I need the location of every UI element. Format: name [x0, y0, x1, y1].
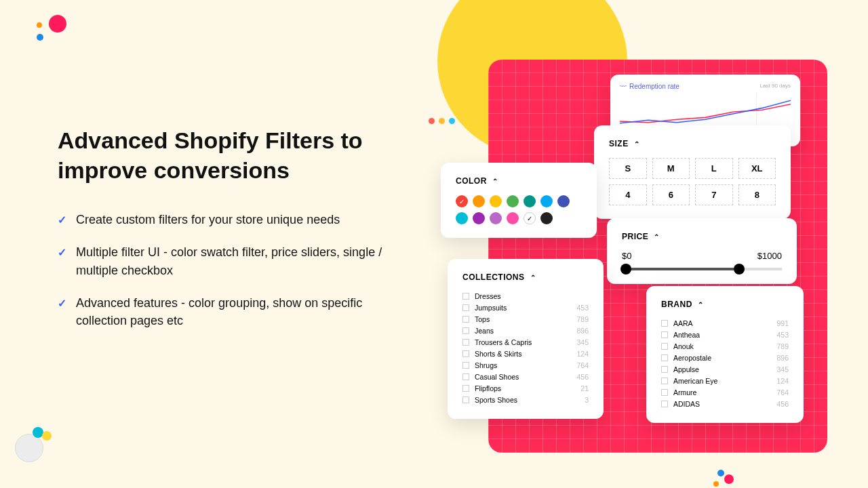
chevron-up-icon: ⌃	[634, 140, 640, 148]
filter-option[interactable]: Trousers & Capris345	[462, 336, 589, 348]
filter-option[interactable]: Shorts & Skirts124	[462, 348, 589, 359]
feature-bullet: ✓Multiple filter UI - color swatch filte…	[58, 243, 383, 279]
filter-option[interactable]: Sports Shoes3	[462, 394, 589, 405]
slider-handle-max[interactable]	[734, 264, 745, 274]
option-label: Shrugs	[475, 361, 571, 369]
chart-range-label: Last 90 days	[760, 83, 791, 89]
filter-option[interactable]: Aeropostale896	[661, 352, 789, 363]
option-count: 789	[776, 342, 789, 350]
size-option[interactable]: M	[652, 158, 690, 179]
option-label: Aeropostale	[673, 354, 771, 362]
minimize-icon	[439, 118, 445, 124]
option-count: 3	[585, 396, 589, 404]
option-count: 764	[776, 388, 789, 396]
color-swatch[interactable]	[524, 195, 536, 207]
option-count: 789	[576, 315, 589, 323]
filter-heading[interactable]: PRICE ⌃	[622, 232, 782, 241]
color-swatch[interactable]	[456, 212, 468, 224]
option-label: Jumpsuits	[475, 304, 571, 312]
filter-heading[interactable]: COLOR ⌃	[456, 176, 582, 186]
filter-option[interactable]: Armure764	[661, 386, 789, 398]
checkbox-icon[interactable]	[462, 396, 469, 403]
color-swatch[interactable]: ✓	[524, 212, 536, 224]
filter-option[interactable]: Jeans896	[462, 325, 589, 336]
slider-handle-min[interactable]	[620, 264, 631, 274]
filter-option[interactable]: Antheaa453	[661, 329, 789, 340]
size-option[interactable]: 6	[652, 184, 690, 205]
price-min-label: $0	[622, 251, 631, 261]
size-option[interactable]: L	[695, 158, 733, 179]
price-slider[interactable]	[622, 268, 782, 270]
checkbox-icon[interactable]	[661, 378, 668, 384]
checkbox-icon[interactable]	[462, 316, 469, 323]
checkbox-icon[interactable]	[462, 304, 469, 311]
filter-option[interactable]: Tops789	[462, 313, 589, 325]
color-swatch[interactable]	[540, 212, 553, 224]
checkbox-icon[interactable]	[462, 293, 469, 300]
option-label: Anouk	[673, 342, 771, 350]
color-swatch[interactable]	[490, 195, 502, 207]
filter-option[interactable]: Flipflops21	[462, 382, 589, 394]
bullet-text: Multiple filter UI - color swatch filter…	[76, 243, 383, 279]
size-option[interactable]: XL	[738, 158, 776, 179]
chevron-up-icon: ⌃	[698, 301, 704, 308]
color-swatch[interactable]	[490, 212, 502, 224]
filter-heading[interactable]: BRAND ⌃	[661, 300, 789, 309]
color-swatch[interactable]	[473, 195, 485, 207]
checkbox-icon[interactable]	[462, 373, 469, 380]
price-max-label: $1000	[757, 251, 782, 261]
color-swatch[interactable]	[557, 195, 570, 207]
option-count: 124	[576, 350, 589, 358]
option-label: Tops	[475, 315, 571, 323]
checkbox-icon[interactable]	[661, 354, 668, 361]
filter-heading[interactable]: COLLECTIONS ⌃	[462, 272, 589, 282]
filter-option[interactable]: Shrugs764	[462, 359, 589, 371]
color-swatch[interactable]: ✓	[456, 195, 468, 207]
option-label: Shorts & Skirts	[475, 350, 571, 358]
checkbox-icon[interactable]	[462, 350, 469, 357]
filter-heading[interactable]: SIZE ⌃	[609, 139, 776, 148]
color-swatch[interactable]	[507, 195, 519, 207]
size-option[interactable]: 4	[609, 184, 647, 205]
filter-option[interactable]: Dresses	[462, 290, 589, 302]
chevron-up-icon: ⌃	[654, 233, 660, 241]
option-label: Trousers & Capris	[475, 338, 571, 346]
dot-icon	[49, 15, 66, 33]
close-icon	[429, 118, 435, 124]
option-label: Armure	[673, 388, 771, 396]
filter-option[interactable]: Casual Shoes456	[462, 371, 589, 382]
size-option[interactable]: 7	[695, 184, 733, 205]
chart-title: 〰 Redemption rate	[620, 83, 679, 90]
option-label: Jeans	[475, 327, 571, 335]
checkbox-icon[interactable]	[661, 343, 668, 350]
checkbox-icon[interactable]	[661, 389, 668, 396]
filter-option[interactable]: AARA991	[661, 317, 789, 329]
checkbox-icon[interactable]	[661, 331, 668, 338]
checkbox-icon[interactable]	[462, 385, 469, 392]
filter-option[interactable]: Appulse345	[661, 363, 789, 375]
hero-section: Advanced Shopify Filters to improve conv…	[58, 125, 383, 344]
color-swatch[interactable]	[507, 212, 519, 224]
checkbox-icon[interactable]	[462, 362, 469, 369]
color-swatch[interactable]	[473, 212, 485, 224]
dot-icon	[42, 431, 52, 441]
filter-option[interactable]: ADIDAS456	[661, 398, 789, 409]
checkbox-icon[interactable]	[462, 327, 469, 334]
filter-option[interactable]: American Eye124	[661, 375, 789, 386]
color-swatch[interactable]	[540, 195, 553, 207]
price-filter-card: PRICE ⌃ $0 $1000	[607, 218, 797, 284]
size-option[interactable]: S	[609, 158, 647, 179]
filter-option[interactable]: Anouk789	[661, 340, 789, 352]
checkbox-icon[interactable]	[661, 366, 668, 373]
option-count: 764	[576, 361, 589, 369]
checkbox-icon[interactable]	[661, 401, 668, 407]
filter-option[interactable]: Jumpsuits453	[462, 302, 589, 313]
checkbox-icon[interactable]	[661, 320, 668, 327]
size-option[interactable]: 8	[738, 184, 776, 205]
chevron-up-icon: ⌃	[530, 274, 536, 281]
option-label: Antheaa	[673, 331, 771, 339]
checkbox-icon[interactable]	[462, 339, 469, 346]
bullet-text: Advanced features - color grouping, show…	[76, 294, 383, 329]
option-label: Dresses	[475, 292, 583, 300]
option-count: 456	[576, 373, 589, 381]
